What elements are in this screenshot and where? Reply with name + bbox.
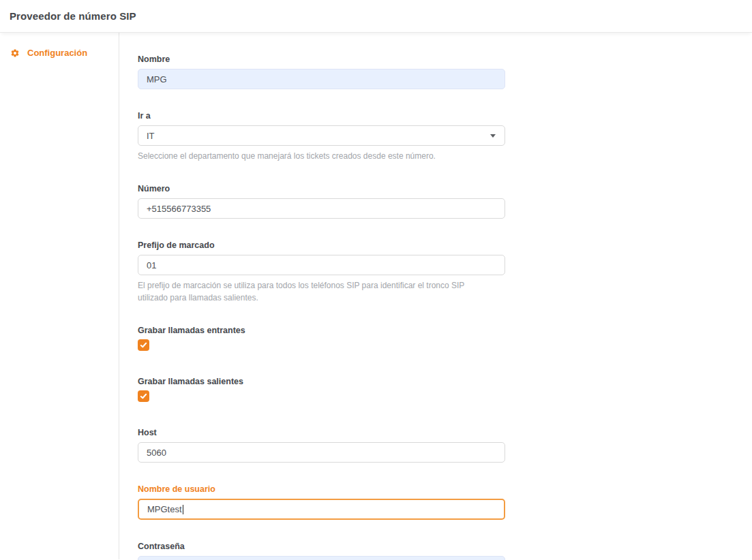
field-group-host: Host [138, 428, 505, 463]
grabar-entrantes-label: Grabar llamadas entrantes [138, 326, 505, 335]
sip-provider-form: Nombre Ir a IT Seleccione el departament… [138, 55, 505, 560]
usuario-label: Nombre de usuario [138, 484, 505, 494]
nombre-label: Nombre [138, 55, 505, 64]
prefijo-helper-text: El prefijo de marcación se utiliza para … [138, 280, 492, 304]
grabar-salientes-label: Grabar llamadas salientes [138, 377, 505, 386]
text-cursor [183, 505, 183, 514]
page-title: Proveedor de número SIP [10, 10, 136, 22]
grabar-salientes-checkbox[interactable] [138, 390, 149, 402]
ir-a-helper-text: Seleccione el departamento que manejará … [138, 151, 492, 162]
checkmark-icon [140, 341, 147, 349]
field-group-numero: Número [138, 184, 505, 219]
host-input[interactable] [138, 442, 505, 463]
ir-a-select[interactable]: IT [138, 125, 505, 146]
ir-a-label: Ir a [138, 111, 505, 121]
usuario-input-value: MPGtest [147, 504, 182, 514]
main-content: Nombre Ir a IT Seleccione el departament… [119, 33, 505, 559]
prefijo-label: Prefijo de marcado [138, 240, 505, 250]
sidebar-item-configuracion[interactable]: Configuración [0, 48, 119, 58]
field-group-contrasena: Contraseña ••••••••••• [138, 542, 505, 560]
grabar-entrantes-checkbox[interactable] [138, 339, 149, 351]
gear-icon [10, 48, 20, 58]
sidebar-item-label: Configuración [27, 48, 87, 58]
page-header: Proveedor de número SIP [0, 0, 752, 33]
contrasena-label: Contraseña [138, 542, 505, 551]
ir-a-selected-value: IT [147, 131, 155, 141]
numero-input[interactable] [138, 198, 505, 219]
field-group-grabar-entrantes: Grabar llamadas entrantes [138, 326, 505, 351]
contrasena-input[interactable]: ••••••••••• [138, 556, 505, 560]
nombre-input[interactable] [138, 69, 505, 89]
sidebar: Configuración [0, 33, 119, 559]
field-group-prefijo: Prefijo de marcado El prefijo de marcaci… [138, 240, 505, 304]
checkmark-icon [140, 392, 147, 400]
field-group-grabar-salientes: Grabar llamadas salientes [138, 377, 505, 402]
field-group-ir-a: Ir a IT Seleccione el departamento que m… [138, 111, 505, 162]
field-group-usuario: Nombre de usuario MPGtest [138, 484, 505, 520]
numero-label: Número [138, 184, 505, 193]
usuario-input[interactable]: MPGtest [138, 499, 505, 520]
chevron-down-icon [490, 134, 496, 138]
field-group-nombre: Nombre [138, 55, 505, 89]
host-label: Host [138, 428, 505, 437]
prefijo-input[interactable] [138, 255, 505, 275]
